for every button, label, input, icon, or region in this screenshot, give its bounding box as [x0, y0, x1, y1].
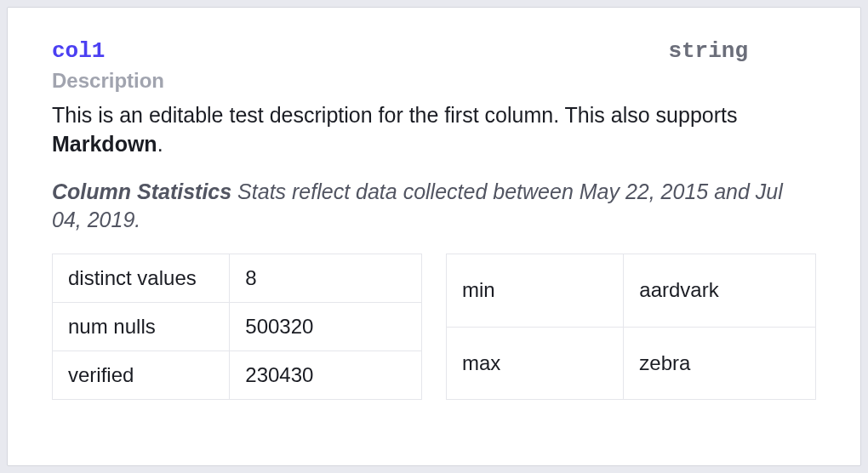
stats-tables: distinct values 8 num nulls 500320 verif…: [52, 254, 816, 400]
column-detail-card: col1 string Description This is an edita…: [11, 11, 857, 462]
stat-value: 230430: [230, 351, 422, 400]
stat-label: verified: [53, 351, 230, 400]
column-description[interactable]: This is an editable test description for…: [52, 101, 816, 159]
column-type: string: [668, 38, 748, 64]
stat-value: zebra: [624, 327, 816, 400]
description-text-suffix: .: [157, 132, 163, 156]
stat-value: 500320: [230, 303, 422, 351]
stat-label: distinct values: [53, 254, 230, 303]
column-header: col1 string: [52, 38, 816, 64]
description-label: Description: [52, 69, 816, 93]
table-row: max zebra: [447, 327, 816, 400]
stats-caption: Column Statistics Stats reflect data col…: [52, 178, 816, 236]
stats-caption-title: Column Statistics: [52, 180, 231, 203]
stat-value: aardvark: [624, 254, 816, 328]
table-row: num nulls 500320: [53, 303, 422, 351]
table-row: verified 230430: [53, 351, 422, 400]
stat-value: 8: [230, 254, 422, 303]
table-row: min aardvark: [447, 254, 816, 328]
description-text-prefix: This is an editable test description for…: [52, 103, 737, 127]
description-bold: Markdown: [52, 132, 157, 156]
table-row: distinct values 8: [53, 254, 422, 303]
stats-table-left: distinct values 8 num nulls 500320 verif…: [52, 254, 422, 400]
stat-label: max: [447, 327, 624, 400]
stat-label: num nulls: [53, 303, 230, 351]
column-name: col1: [52, 38, 105, 64]
stats-table-right: min aardvark max zebra: [446, 254, 816, 400]
stat-label: min: [447, 254, 624, 328]
